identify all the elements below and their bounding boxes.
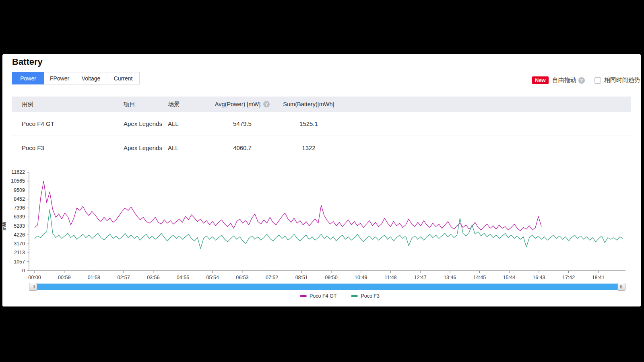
datazoom-track[interactable] xyxy=(37,284,617,290)
same-time-checkbox[interactable] xyxy=(594,77,601,84)
svg-text:05:54: 05:54 xyxy=(206,275,219,280)
svg-text:18:41: 18:41 xyxy=(592,275,605,280)
table-row: Poco F4 GT Apex Legends ALL 5479.5 1525.… xyxy=(12,112,631,136)
svg-text:3170: 3170 xyxy=(14,241,25,247)
svg-text:8452: 8452 xyxy=(14,196,25,202)
screen: Battery Power FPower Voltage Current New… xyxy=(0,0,644,362)
svg-text:6339: 6339 xyxy=(14,214,25,220)
svg-text:07:52: 07:52 xyxy=(266,275,278,280)
sum-battery-value: 1525.1 xyxy=(279,120,339,127)
svg-text:10:49: 10:49 xyxy=(355,275,367,280)
table-row: Poco F3 Apex Legends ALL 4060.7 1322 xyxy=(12,136,631,160)
svg-text:01:58: 01:58 xyxy=(88,275,100,280)
scene-value: ALL xyxy=(168,144,206,151)
same-time-label: 相同时间趋势 xyxy=(604,76,640,84)
svg-text:2113: 2113 xyxy=(14,250,25,255)
table-header-row: 用例 项目 场景 Avg(Power) [mW] ? Sum(Battery)[… xyxy=(12,97,631,112)
svg-text:11622: 11622 xyxy=(11,169,25,175)
legend-label: Poco F3 xyxy=(361,293,380,299)
tab-power[interactable]: Power xyxy=(12,72,44,84)
series-line-swatch xyxy=(300,295,307,297)
svg-text:15:44: 15:44 xyxy=(503,275,516,280)
page-title: Battery xyxy=(12,57,43,67)
grip-icon xyxy=(620,285,623,288)
tab-fpower[interactable]: FPower xyxy=(44,72,75,84)
results-table: 用例 项目 场景 Avg(Power) [mW] ? Sum(Battery)[… xyxy=(12,97,631,160)
legend-label: Poco F4 GT xyxy=(310,293,336,299)
project-name: Apex Legends xyxy=(124,120,168,127)
new-badge: New xyxy=(532,76,549,84)
svg-text:10565: 10565 xyxy=(11,178,25,184)
grip-icon xyxy=(32,285,35,288)
sum-battery-value: 1322 xyxy=(279,144,339,151)
col-header-avg-power: Avg(Power) [mW] ? xyxy=(206,101,279,107)
col-header-usecase: 用例 xyxy=(12,101,124,108)
device-name: Poco F4 GT xyxy=(12,120,124,127)
avg-power-value: 4060.7 xyxy=(206,144,279,151)
svg-text:16:43: 16:43 xyxy=(533,275,545,280)
tab-current[interactable]: Current xyxy=(107,72,140,84)
col-header-scene: 场景 xyxy=(168,101,206,108)
datazoom-right-handle[interactable] xyxy=(617,283,625,291)
svg-text:04:55: 04:55 xyxy=(177,275,189,280)
svg-text:03:56: 03:56 xyxy=(147,275,159,280)
avg-power-value: 5479.5 xyxy=(206,120,279,127)
free-drag-label: 自由拖动 xyxy=(552,76,576,84)
legend-item-poco-f3[interactable]: Poco F3 xyxy=(351,293,380,299)
svg-text:06:53: 06:53 xyxy=(236,275,248,280)
col-header-sum-battery: Sum(Battery)[mWh] xyxy=(279,101,339,107)
svg-text:7396: 7396 xyxy=(14,205,25,211)
tab-bar: Power FPower Voltage Current xyxy=(12,72,140,84)
chart-legend: Poco F4 GT Poco F3 xyxy=(2,293,641,299)
tab-voltage[interactable]: Voltage xyxy=(75,72,107,84)
svg-text:00:00: 00:00 xyxy=(28,275,41,280)
help-icon[interactable]: ? xyxy=(263,101,270,107)
legend-item-poco-f4-gt[interactable]: Poco F4 GT xyxy=(300,293,336,299)
series-line-swatch xyxy=(351,295,358,297)
avg-power-header-label: Avg(Power) [mW] xyxy=(215,101,260,107)
svg-text:4226: 4226 xyxy=(14,232,25,238)
datazoom-left-handle[interactable] xyxy=(29,283,37,291)
svg-text:9509: 9509 xyxy=(14,187,25,193)
svg-text:02:57: 02:57 xyxy=(117,275,130,280)
scene-value: ALL xyxy=(168,120,206,127)
svg-text:00:59: 00:59 xyxy=(58,275,70,280)
top-right-controls: New 自由拖动 ? 相同时间趋势 xyxy=(532,76,640,84)
svg-text:09:50: 09:50 xyxy=(325,275,337,280)
device-name: Poco F3 xyxy=(12,144,124,151)
battery-panel: Battery Power FPower Voltage Current New… xyxy=(2,54,641,306)
svg-text:0: 0 xyxy=(22,268,25,274)
datazoom-scrollbar[interactable] xyxy=(29,283,625,291)
svg-text:1057: 1057 xyxy=(14,259,25,265)
svg-text:11:48: 11:48 xyxy=(384,275,396,280)
svg-text:14:45: 14:45 xyxy=(473,275,486,280)
svg-text:08:51: 08:51 xyxy=(295,275,308,280)
svg-text:5283: 5283 xyxy=(14,223,25,229)
svg-text:12:47: 12:47 xyxy=(414,275,426,280)
power-chart[interactable]: 0105721133170422652836339739684529509105… xyxy=(2,168,641,289)
col-header-project: 项目 xyxy=(124,101,168,108)
svg-text:13:46: 13:46 xyxy=(444,275,456,280)
project-name: Apex Legends xyxy=(124,144,168,151)
help-icon[interactable]: ? xyxy=(578,77,585,84)
svg-text:17:42: 17:42 xyxy=(562,275,575,280)
